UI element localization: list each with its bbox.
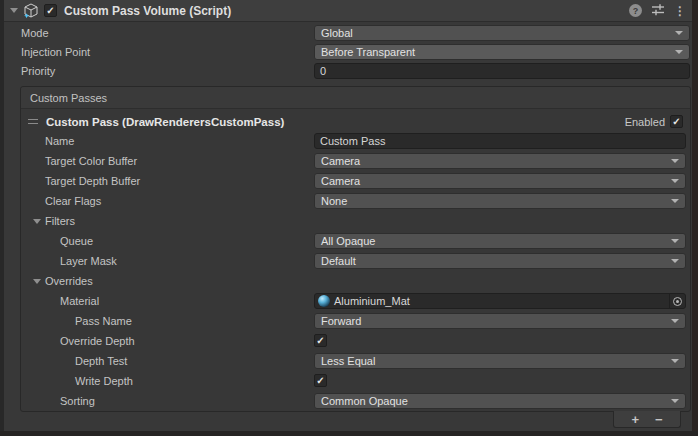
chevron-down-icon	[671, 179, 679, 183]
target-color-buffer-value: Camera	[321, 155, 360, 167]
target-depth-buffer-dropdown[interactable]: Camera	[314, 173, 686, 189]
filters-label: Filters	[45, 215, 75, 227]
chevron-down-icon	[671, 319, 679, 323]
priority-input[interactable]: 0	[314, 63, 690, 79]
material-label: Material	[60, 295, 99, 307]
custom-passes-header: Custom Passes	[21, 87, 690, 109]
filters-foldout[interactable]: Filters	[21, 212, 690, 232]
kebab-menu-icon[interactable]: ⋮	[674, 5, 686, 17]
check-icon: ✓	[672, 117, 680, 127]
write-depth-checkbox[interactable]: ✓	[314, 374, 327, 387]
queue-dropdown[interactable]: All Opaque	[314, 233, 686, 249]
write-depth-row: Write Depth ✓	[21, 372, 690, 392]
pass-name-label: Pass Name	[75, 315, 132, 327]
chevron-down-icon	[675, 50, 683, 54]
component-foldout-icon[interactable]	[10, 8, 18, 13]
layer-mask-value: Default	[321, 255, 356, 267]
foldout-expanded-icon	[33, 219, 41, 224]
check-icon: ✓	[316, 376, 324, 386]
layer-mask-label: Layer Mask	[60, 255, 117, 267]
custom-pass-title: Custom Pass (DrawRenderersCustomPass)	[46, 116, 284, 128]
chevron-down-icon	[671, 259, 679, 263]
component-header: ✓ Custom Pass Volume (Script) ? ⋮	[4, 0, 692, 22]
material-sphere-icon	[318, 295, 330, 307]
clear-flags-label: Clear Flags	[45, 195, 101, 207]
overrides-foldout[interactable]: Overrides	[21, 272, 690, 292]
target-depth-buffer-value: Camera	[321, 175, 360, 187]
pass-enabled-checkbox[interactable]: ✓	[670, 115, 683, 128]
custom-passes-list: Custom Passes Custom Pass (DrawRenderers…	[20, 86, 691, 412]
foldout-expanded-icon	[33, 279, 41, 284]
pass-name-dropdown[interactable]: Forward	[314, 313, 686, 329]
depth-test-row: Depth Test Less Equal	[21, 352, 690, 372]
object-picker-icon[interactable]	[669, 294, 685, 308]
queue-row: Queue All Opaque	[21, 232, 690, 252]
sorting-value: Common Opaque	[321, 395, 408, 407]
list-footer: + −	[613, 411, 681, 428]
component-properties: Mode Global Injection Point Before Trans…	[4, 24, 692, 81]
chevron-down-icon	[671, 239, 679, 243]
layer-mask-row: Layer Mask Default	[21, 252, 690, 272]
remove-pass-button[interactable]: −	[655, 413, 663, 426]
sorting-label: Sorting	[60, 395, 95, 407]
injection-point-value: Before Transparent	[321, 46, 415, 58]
presets-icon[interactable]	[651, 3, 665, 18]
name-input[interactable]: Custom Pass	[314, 133, 686, 149]
material-object-field[interactable]: Aluminium_Mat	[314, 293, 686, 309]
injection-point-label: Injection Point	[21, 46, 90, 58]
target-color-buffer-dropdown[interactable]: Camera	[314, 153, 686, 169]
layer-mask-dropdown[interactable]: Default	[314, 253, 686, 269]
chevron-down-icon	[671, 199, 679, 203]
material-value: Aluminium_Mat	[334, 295, 410, 307]
name-row: Name Custom Pass	[21, 132, 690, 152]
injection-point-row: Injection Point Before Transparent	[4, 43, 692, 62]
priority-label: Priority	[21, 65, 55, 77]
window-edge-bottom	[0, 431, 698, 436]
clear-flags-dropdown[interactable]: None	[314, 193, 686, 209]
priority-row: Priority 0	[4, 62, 692, 81]
target-depth-buffer-label: Target Depth Buffer	[45, 175, 140, 187]
mode-row: Mode Global	[4, 24, 692, 43]
inspector-panel: ✓ Custom Pass Volume (Script) ? ⋮ Mode G…	[0, 0, 698, 436]
name-label: Name	[45, 135, 74, 147]
name-value: Custom Pass	[320, 135, 385, 147]
depth-test-dropdown[interactable]: Less Equal	[314, 353, 686, 369]
mode-value: Global	[321, 27, 353, 39]
pass-name-value: Forward	[321, 315, 361, 327]
depth-test-value: Less Equal	[321, 355, 375, 367]
check-icon: ✓	[46, 6, 54, 16]
overrides-label: Overrides	[45, 275, 93, 287]
material-row: Material Aluminium_Mat	[21, 292, 690, 312]
mode-label: Mode	[21, 27, 49, 39]
custom-pass-item-header[interactable]: Custom Pass (DrawRenderersCustomPass) En…	[21, 111, 690, 132]
queue-label: Queue	[60, 235, 93, 247]
priority-value: 0	[320, 65, 326, 77]
custom-pass-fields: Name Custom Pass Target Color Buffer Cam…	[21, 132, 690, 412]
check-icon: ✓	[316, 336, 324, 346]
enabled-label: Enabled	[625, 116, 665, 128]
add-pass-button[interactable]: +	[631, 413, 639, 426]
sorting-row: Sorting Common Opaque	[21, 392, 690, 412]
chevron-down-icon	[671, 399, 679, 403]
injection-point-dropdown[interactable]: Before Transparent	[314, 44, 690, 60]
component-enabled-checkbox[interactable]: ✓	[44, 4, 57, 17]
clear-flags-row: Clear Flags None	[21, 192, 690, 212]
depth-test-label: Depth Test	[75, 355, 127, 367]
chevron-down-icon	[671, 359, 679, 363]
sorting-dropdown[interactable]: Common Opaque	[314, 393, 686, 409]
chevron-down-icon	[675, 31, 683, 35]
override-depth-checkbox[interactable]: ✓	[314, 334, 327, 347]
queue-value: All Opaque	[321, 235, 375, 247]
drag-handle-icon[interactable]	[28, 119, 38, 124]
pass-name-row: Pass Name Forward	[21, 312, 690, 332]
clear-flags-value: None	[321, 195, 347, 207]
target-color-buffer-row: Target Color Buffer Camera	[21, 152, 690, 172]
override-depth-row: Override Depth ✓	[21, 332, 690, 352]
mode-dropdown[interactable]: Global	[314, 25, 690, 41]
help-icon[interactable]: ?	[629, 4, 642, 17]
override-depth-label: Override Depth	[60, 335, 135, 347]
chevron-down-icon	[671, 159, 679, 163]
window-edge-right	[692, 0, 698, 436]
custom-pass-volume-script-icon	[23, 3, 39, 19]
custom-passes-header-label: Custom Passes	[30, 92, 107, 104]
